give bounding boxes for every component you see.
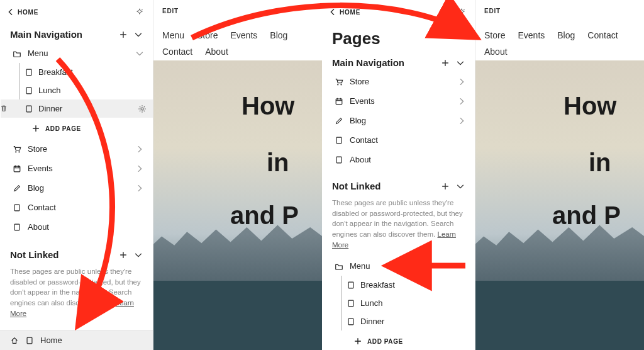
- hero-text: How: [564, 92, 616, 120]
- trash-icon[interactable]: [0, 104, 8, 113]
- add-icon[interactable]: [119, 30, 128, 39]
- nav-item-events[interactable]: Events: [322, 91, 475, 111]
- hero-text: How: [242, 92, 294, 120]
- nav-item-store[interactable]: Store: [322, 72, 475, 91]
- collapse-icon[interactable]: [134, 30, 143, 39]
- sparkle-icon[interactable]: [457, 8, 466, 16]
- nav-item-blog[interactable]: Blog: [322, 111, 475, 130]
- nav-link[interactable]: Store: [484, 30, 505, 40]
- calendar-icon: [13, 164, 21, 173]
- chevron-right-icon: [135, 145, 144, 154]
- chevron-right-icon: [135, 184, 144, 193]
- page-icon: [347, 299, 355, 308]
- not-linked-help: These pages are public unless they're di…: [322, 195, 475, 256]
- nav-item-home[interactable]: Home: [0, 330, 153, 350]
- chevron-left-icon: [6, 8, 15, 16]
- add-page-button[interactable]: ADD PAGE: [322, 330, 475, 350]
- page-icon: [25, 86, 33, 95]
- cart-icon: [13, 145, 21, 154]
- page-icon: [335, 136, 343, 145]
- calendar-icon: [335, 97, 343, 106]
- nav-link[interactable]: Blog: [557, 30, 575, 40]
- section-title-not-linked: Not Linked: [332, 181, 381, 191]
- edit-button[interactable]: EDIT: [162, 8, 179, 14]
- back-home-link[interactable]: HOME: [328, 8, 360, 16]
- page-icon: [335, 155, 343, 164]
- section-title-main-nav: Main Navigation: [332, 57, 404, 68]
- pages-panel-left: HOME Main Navigation Menu Breakfast Lunc…: [0, 0, 153, 350]
- edit-button[interactable]: EDIT: [484, 8, 501, 14]
- nav-link[interactable]: Menu: [162, 30, 184, 40]
- nav-item-menu[interactable]: Menu: [322, 256, 475, 276]
- nav-subitem-dinner[interactable]: Dinner: [19, 99, 138, 118]
- hero-text: in: [267, 149, 289, 177]
- nav-subitem[interactable]: Lunch: [19, 81, 64, 99]
- hero-text: and P: [230, 201, 299, 230]
- plus-icon: [353, 337, 362, 346]
- chevron-right-icon: [457, 97, 466, 106]
- page-title: Pages: [322, 23, 475, 57]
- page-icon: [347, 317, 355, 326]
- add-icon[interactable]: [441, 59, 450, 67]
- nav-item-contact[interactable]: Contact: [0, 198, 153, 217]
- nav-link[interactable]: Events: [231, 30, 258, 40]
- hero-text: and P: [552, 201, 621, 230]
- nav-item-about[interactable]: About: [322, 150, 475, 169]
- page-icon: [13, 223, 21, 232]
- add-page-button[interactable]: ADD PAGE: [0, 118, 153, 139]
- site-preview-right: EDIT Store Events Blog Contact About How…: [475, 0, 644, 350]
- pencil-icon: [335, 116, 343, 125]
- plus-icon: [31, 124, 40, 133]
- add-icon[interactable]: [119, 251, 128, 259]
- chevron-right-icon: [457, 116, 466, 125]
- nav-item-menu[interactable]: Menu: [0, 43, 153, 63]
- pages-panel-right: HOME Pages Main Navigation Store Events …: [322, 0, 475, 350]
- chevron-down-icon[interactable]: [135, 49, 144, 58]
- section-title-main-nav: Main Navigation: [10, 29, 82, 40]
- folder-icon: [335, 262, 343, 271]
- collapse-icon[interactable]: [134, 251, 143, 259]
- page-icon: [25, 104, 33, 113]
- nav-subitem[interactable]: Dinner: [341, 312, 475, 330]
- site-preview-left: EDIT Menu Store Events Blog Contact Abou…: [153, 0, 322, 350]
- chevron-right-icon: [135, 164, 144, 173]
- hero-image: How in and P: [153, 60, 322, 350]
- section-title-not-linked: Not Linked: [10, 249, 59, 260]
- nav-link[interactable]: Contact: [587, 30, 618, 40]
- sparkle-icon[interactable]: [135, 8, 144, 16]
- hero-text: in: [589, 149, 611, 177]
- page-icon: [13, 203, 21, 212]
- add-icon[interactable]: [441, 182, 450, 191]
- nav-link[interactable]: About: [484, 47, 508, 57]
- nav-link[interactable]: Contact: [162, 47, 192, 57]
- page-icon: [25, 68, 33, 77]
- collapse-icon[interactable]: [456, 59, 465, 67]
- back-home-link[interactable]: HOME: [6, 8, 38, 16]
- nav-item-about[interactable]: About: [0, 217, 153, 237]
- nav-subitem[interactable]: Lunch: [341, 294, 475, 312]
- folder-icon: [13, 49, 21, 58]
- chevron-right-icon: [457, 77, 466, 86]
- hero-image: How in and P: [475, 60, 644, 350]
- nav-subitem[interactable]: Breakfast: [19, 63, 77, 81]
- nav-item-contact[interactable]: Contact: [322, 130, 475, 150]
- page-icon: [347, 281, 355, 290]
- nav-link[interactable]: Blog: [270, 30, 287, 40]
- not-linked-help: These pages are public unless they're di…: [0, 264, 153, 325]
- nav-item-events[interactable]: Events: [0, 159, 153, 178]
- nav-link[interactable]: Events: [518, 30, 545, 40]
- nav-link[interactable]: About: [205, 47, 228, 57]
- site-top-nav: Menu Store Events Blog Contact About: [153, 21, 322, 65]
- page-icon: [25, 336, 34, 345]
- nav-link[interactable]: Store: [197, 30, 218, 40]
- nav-item-blog[interactable]: Blog: [0, 178, 153, 198]
- site-top-nav: Store Events Blog Contact About: [475, 21, 644, 65]
- nav-subitem[interactable]: Breakfast: [341, 276, 475, 294]
- collapse-icon[interactable]: [456, 182, 465, 191]
- nav-item-store[interactable]: Store: [0, 139, 153, 159]
- pencil-icon: [13, 184, 21, 193]
- cart-icon: [335, 77, 343, 86]
- chevron-left-icon: [328, 8, 337, 16]
- gear-icon[interactable]: [138, 104, 147, 113]
- home-icon: [10, 336, 19, 345]
